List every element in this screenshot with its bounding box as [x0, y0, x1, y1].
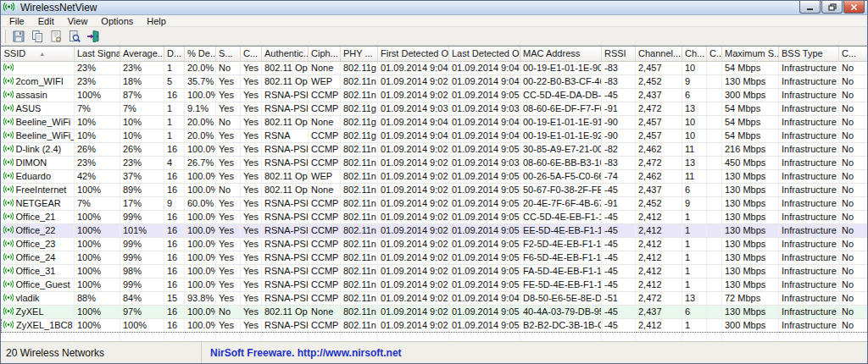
table-row[interactable]: ZyXEL_1BC8100%100%16100.0%YesYesRSNA-PSK… — [2, 318, 868, 332]
find-icon[interactable] — [65, 28, 84, 45]
app-antenna-icon — [3, 0, 14, 15]
cell: No — [216, 183, 241, 196]
cell: 130 Mbps — [722, 251, 779, 264]
cell: 802.11 Open — [262, 74, 309, 88]
cell: 802.11n — [341, 88, 378, 102]
cell: 01.09.2014 9:05:09 — [449, 88, 520, 102]
column-header-channel[interactable]: Channel... — [636, 47, 682, 61]
table-row[interactable]: vladik88%84%1593.8%YesYesRSNA-PSKCCMP802… — [2, 291, 868, 305]
cell: 01.09.2014 9:04:59 — [449, 291, 520, 305]
restore-button[interactable] — [821, 1, 843, 14]
cell: 1 — [164, 102, 185, 115]
column-header-ciph[interactable]: Ciph... — [309, 47, 341, 61]
menu-edit[interactable]: Edit — [31, 15, 61, 27]
cell: CCMP — [309, 251, 341, 264]
cell: Yes — [216, 223, 241, 237]
exit-icon[interactable] — [84, 28, 103, 45]
properties-icon[interactable] — [47, 28, 65, 45]
cell: 37% — [120, 169, 164, 183]
table-row[interactable]: DIMON23%23%426.7%YesYesRSNA-PSKCCMP802.1… — [2, 156, 868, 169]
cell: No — [839, 156, 868, 169]
table-row[interactable]: assasin100%87%16100.0%YesYesRSNA-PSKCCMP… — [2, 88, 868, 102]
ssid-label: ASUS — [16, 103, 42, 113]
table-row[interactable]: Eduardo42%37%16100.0%YesYes802.11 OpenWE… — [2, 169, 868, 183]
ssid-cell: Office_24 — [2, 251, 75, 264]
table-row[interactable]: Office_21100%99%16100.0%YesYesRSNA-PSKCC… — [2, 210, 868, 223]
copy-icon[interactable] — [28, 28, 47, 45]
cell: Yes — [241, 183, 262, 196]
cell: 16 — [164, 278, 185, 291]
menu-view[interactable]: View — [61, 15, 95, 27]
cell: -91 — [602, 196, 636, 210]
column-header-d[interactable]: D... — [164, 47, 185, 61]
column-header-ssid[interactable]: SSID▲ — [2, 47, 75, 61]
network-antenna-icon — [3, 63, 14, 74]
column-header-last-signal[interactable]: Last Signal — [75, 47, 120, 61]
ssid-cell: assasin — [2, 88, 75, 102]
column-header-phy[interactable]: PHY ... — [341, 47, 378, 61]
column-header-c[interactable]: C... — [839, 47, 868, 61]
table-row[interactable]: Beeline_WiFi_...10%10%120.0%YesYesRSNACC… — [2, 129, 868, 142]
column-header-average[interactable]: Average... — [120, 47, 164, 61]
cell: 20.0% — [185, 61, 216, 74]
column-header-rssi[interactable]: RSSI — [602, 47, 636, 61]
cell: CCMP — [309, 102, 341, 115]
column-header-s[interactable]: S... — [216, 47, 241, 61]
cell: 6 — [682, 183, 707, 196]
nirsoft-freeware-link[interactable]: NirSoft Freeware. http://www.nirsoft.net — [210, 347, 402, 359]
table-row[interactable]: Office_Guest100%99%16100.0%YesYesRSNA-PS… — [2, 278, 868, 291]
network-antenna-icon — [3, 90, 14, 101]
cell: 130 Mbps — [722, 223, 779, 237]
menu-file[interactable]: File — [3, 15, 31, 27]
table-row[interactable]: 23%23%120.0%NoYes802.11 OpenNone802.11g0… — [2, 61, 868, 74]
cell: 1 — [164, 61, 185, 74]
table-row[interactable]: Office_31100%98%16100.0%YesYesRSNA-PSKCC… — [2, 264, 868, 278]
table-row[interactable]: Beeline_WiFi10%10%120.0%NoYes802.11 Open… — [2, 115, 868, 129]
cell: 2,412 — [636, 318, 682, 332]
cell: 7% — [120, 102, 164, 115]
table-row[interactable]: Office_23100%99%16100.0%YesYesRSNA-PSKCC… — [2, 237, 868, 251]
cell: -83 — [602, 156, 636, 169]
column-header-authentic[interactable]: Authentic... — [262, 47, 309, 61]
column-header-de[interactable]: % De... — [185, 47, 216, 61]
column-header-mac-address[interactable]: MAC Address — [520, 47, 602, 61]
close-button[interactable] — [843, 1, 865, 14]
cell: 2,412 — [636, 251, 682, 264]
cell: 89% — [120, 183, 164, 196]
table-row[interactable]: NETGEAR7%17%960.0%YesYesRSNA-PSKCCMP802.… — [2, 196, 868, 210]
table-row[interactable]: Office_22100%101%16100.0%YesYesRSNA-PSKC… — [2, 223, 868, 237]
cell: Yes — [241, 61, 262, 74]
table-row[interactable]: ZyXEL100%97%16100.0%NoYes802.11 OpenNone… — [2, 305, 868, 318]
table-row[interactable]: 2com_WIFI23%18%535.7%YesYes802.11 OpenWE… — [2, 74, 868, 88]
menu-help[interactable]: Help — [140, 15, 173, 27]
cell: Yes — [241, 74, 262, 88]
save-icon[interactable] — [9, 28, 28, 45]
column-header-maximum-s[interactable]: Maximum S... — [722, 47, 779, 61]
column-header-ch[interactable]: Ch... — [682, 47, 707, 61]
network-antenna-icon — [3, 306, 14, 317]
table-row[interactable]: D-link (2.4)26%26%16100.0%YesYesRSNA-PSK… — [2, 142, 868, 156]
column-header-bss-type[interactable]: BSS Type — [779, 47, 839, 61]
cell: 01.09.2014 9:05:09 — [449, 264, 520, 278]
cell: CCMP — [309, 278, 341, 291]
cell: Infrastructure — [779, 156, 839, 169]
cell: 1 — [682, 264, 707, 278]
table-row[interactable]: FreeInternet100%89%16100.0%NoYes802.11 O… — [2, 183, 868, 196]
table-row[interactable]: Office_24100%99%16100.0%YesYesRSNA-PSKCC… — [2, 251, 868, 264]
cell: 100.0% — [185, 88, 216, 102]
network-antenna-icon — [3, 239, 14, 250]
column-header-last-detected-on[interactable]: Last Detected On — [449, 47, 520, 61]
column-header-c[interactable]: C.. — [707, 47, 722, 61]
cell: 01.09.2014 9:05:09 — [449, 318, 520, 332]
table-row[interactable]: ASUS7%7%19.1%YesYesRSNA-PSKCCMP802.11g01… — [2, 102, 868, 115]
cell: Yes — [241, 223, 262, 237]
minimize-button[interactable] — [799, 1, 821, 14]
ssid-cell: FreeInternet — [2, 183, 75, 196]
cell: 100.0% — [185, 169, 216, 183]
cell: 802.11n — [341, 223, 378, 237]
menu-options[interactable]: Options — [94, 15, 140, 27]
column-header-c[interactable]: C... — [241, 47, 262, 61]
cell: 100% — [75, 183, 120, 196]
column-header-first-detected-on[interactable]: First Detected On — [378, 47, 449, 61]
network-antenna-icon — [3, 157, 14, 168]
